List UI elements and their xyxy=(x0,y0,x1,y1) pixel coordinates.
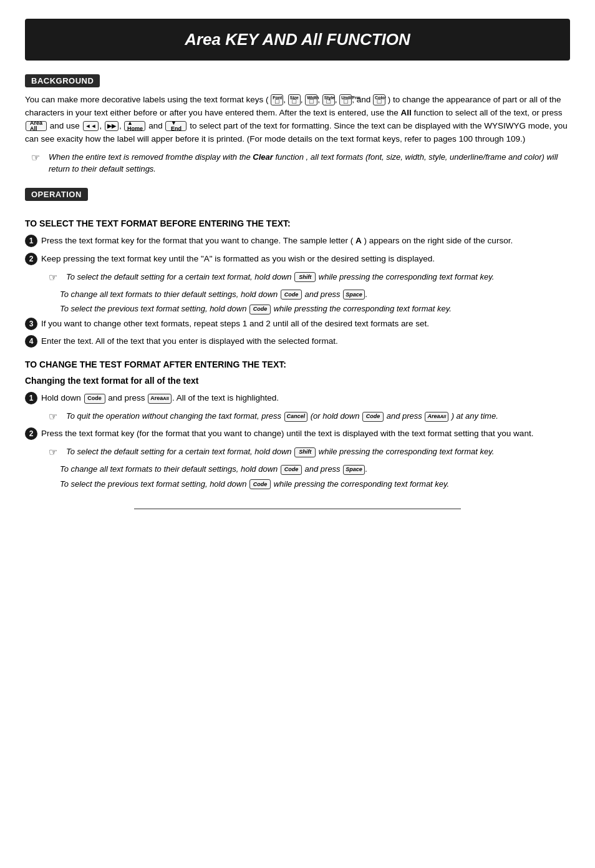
back-key: ◄◄ xyxy=(83,121,99,131)
change-after-title: TO CHANGE THE TEST FORMAT AFTER ENTERING… xyxy=(25,359,570,369)
area-all-key-3: AreaAll xyxy=(425,412,448,422)
note-finger-icon: ☞ xyxy=(31,152,45,163)
select-before-title: TO SELECT THE TEXT FORMAT BEFORE ENTERIN… xyxy=(25,218,570,228)
quit-note: ☞ To quit the operation without changing… xyxy=(49,410,570,422)
sub-note-shift: ☞ To select the default setting for a ce… xyxy=(49,271,570,283)
space-key-2: Space xyxy=(343,465,365,475)
operation-label: OPERATION xyxy=(25,188,88,201)
space-key-1: Space xyxy=(343,290,365,300)
sub-note-shift-2: ☞ To select the default setting for a ce… xyxy=(49,446,570,458)
undilfrm-key: Undi/Frm□ xyxy=(339,94,352,105)
sub-note-code-space: To change all text formats to thier defa… xyxy=(60,288,570,301)
background-note-text: When the entire text is removed fromthe … xyxy=(49,151,570,175)
home-key: ▲Home xyxy=(124,121,145,131)
step-select-1: 1 Press the text format key for the form… xyxy=(25,235,570,248)
step-select-2: 2 Keep pressing the text format key unti… xyxy=(25,253,570,266)
step-2-circle: 2 xyxy=(25,253,37,265)
sub-note-code-space-2: To change all text formats to their defa… xyxy=(60,463,570,475)
cancel-key: Cancel xyxy=(284,412,308,422)
sub-note-shift-2-text: To select the default setting for a cert… xyxy=(66,446,494,458)
change-after-subsection: TO CHANGE THE TEST FORMAT AFTER ENTERING… xyxy=(25,359,570,490)
font-key: Font□ xyxy=(271,94,283,105)
size-key: Size□ xyxy=(288,94,301,105)
sub-note-shift-text: To select the default setting for a cert… xyxy=(66,271,494,283)
area-all-key: AreaAll xyxy=(26,121,47,131)
code-key-5: Code xyxy=(281,465,302,475)
step-1-circle: 1 xyxy=(25,235,37,247)
operation-section: OPERATION TO SELECT THE TEXT FORMAT BEFO… xyxy=(25,188,570,490)
style-key: Style□ xyxy=(322,94,335,105)
quit-note-text: To quit the operation without changing t… xyxy=(66,410,498,422)
step-1-text: Press the text format key for the format… xyxy=(41,235,570,248)
step-3-circle: 3 xyxy=(25,318,37,330)
code-key-6: Code xyxy=(249,479,271,489)
step-3-text: If you want to change other text formats… xyxy=(41,318,570,331)
note-icon-1: ☞ xyxy=(49,271,62,283)
background-note: ☞ When the entire text is removed fromth… xyxy=(31,151,570,175)
background-label: BACKGROUND xyxy=(25,74,100,87)
shift-key-2: Shift xyxy=(294,447,316,457)
step-2-subnotes: ☞ To select the default setting for a ce… xyxy=(42,271,570,315)
step-4-text: Enter the text. All of the text that you… xyxy=(41,335,570,348)
change-step-1-circle: 1 xyxy=(25,392,37,404)
select-before-subsection: TO SELECT THE TEXT FORMAT BEFORE ENTERIN… xyxy=(25,218,570,349)
change-step-1-text: Hold down Code and press AreaAll. All of… xyxy=(41,392,570,405)
page-title: Area KEY AND All FUNCTION xyxy=(25,19,570,61)
color-key: Color□ xyxy=(373,94,385,105)
change-step-2: 2 Press the text format key (for the for… xyxy=(25,427,570,441)
code-key-4: Code xyxy=(362,412,384,422)
sub-note-previous: To select the previous text format setti… xyxy=(60,303,570,315)
note-icon-2: ☞ xyxy=(49,411,62,422)
change-step-2-circle: 2 xyxy=(25,427,37,440)
change-step-2-subnotes: ☞ To select the default setting for a ce… xyxy=(42,446,570,490)
fwd-key: ▶▶ xyxy=(105,121,119,131)
area-all-key-2: AreaAll xyxy=(148,394,172,404)
bottom-divider xyxy=(134,509,461,509)
step-2-text: Keep pressing the text format key until … xyxy=(41,253,570,266)
sub-note-previous-2: To select the previous text format setti… xyxy=(60,478,570,490)
note-icon-3: ☞ xyxy=(49,446,62,458)
code-key-2: Code xyxy=(249,305,271,315)
change-after-subtitle: Changing the text format for all of the … xyxy=(25,376,570,386)
end-key: ▼End xyxy=(165,121,186,131)
step-select-4: 4 Enter the text. All of the text that y… xyxy=(25,335,570,348)
change-step-1-subnote: ☞ To quit the operation without changing… xyxy=(42,410,570,422)
width-key: Width□ xyxy=(305,94,317,105)
change-step-2-text: Press the text format key (for the forma… xyxy=(41,427,570,441)
code-key-1: Code xyxy=(281,290,302,300)
step-4-circle: 4 xyxy=(25,335,37,348)
change-step-1: 1 Hold down Code and press AreaAll. All … xyxy=(25,392,570,405)
step-select-3: 3 If you want to change other text forma… xyxy=(25,318,570,331)
background-paragraph: You can make more decorative labels usin… xyxy=(25,94,570,146)
background-section: BACKGROUND You can make more decorative … xyxy=(25,74,570,175)
shift-key-1: Shift xyxy=(294,272,316,282)
code-key-3: Code xyxy=(84,394,105,404)
